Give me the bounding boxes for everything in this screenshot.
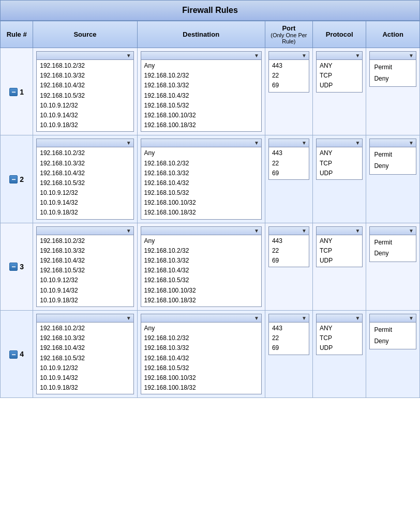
protocol-cell: ▼ ANYTCPUDP — [312, 223, 366, 310]
destination-dropdown-bar[interactable]: ▼ — [141, 52, 261, 60]
action-dropdown-bar[interactable]: ▼ — [370, 314, 416, 323]
rule-num-cell: −2 — [1, 135, 33, 223]
protocol-listbox[interactable]: ▼ ANYTCPUDP — [316, 226, 363, 268]
protocol-dropdown-bar[interactable]: ▼ — [317, 52, 363, 60]
destination-cell: ▼ Any192.168.10.2/32192.168.10.3/32192.1… — [137, 223, 265, 310]
protocol-dropdown-bar[interactable]: ▼ — [317, 227, 363, 235]
action-list-items: PermitDeny — [370, 235, 416, 262]
table-row: −2 ▼ 192.168.10.2/32192.168.10.3/32192.1… — [1, 135, 420, 223]
firewall-rules-table: Rule # Source Destination Port (Only One… — [0, 21, 420, 398]
port-listbox[interactable]: ▼ 4432269 — [268, 51, 309, 93]
port-listbox[interactable]: ▼ 4432269 — [268, 314, 309, 355]
action-dropdown-arrow: ▼ — [409, 140, 414, 146]
source-listbox[interactable]: ▼ 192.168.10.2/32192.168.10.3/32192.168.… — [36, 139, 133, 219]
table-row: −1 ▼ 192.168.10.2/32192.168.10.3/32192.1… — [1, 48, 420, 135]
port-list-items: 4432269 — [269, 60, 309, 92]
action-dropdown-bar[interactable]: ▼ — [370, 139, 416, 147]
rule-number: 3 — [20, 263, 24, 271]
port-cell: ▼ 4432269 — [265, 135, 312, 223]
port-listbox[interactable]: ▼ 4432269 — [268, 226, 309, 268]
remove-rule-button[interactable]: − — [9, 350, 18, 359]
remove-rule-button[interactable]: − — [9, 175, 18, 183]
port-listbox[interactable]: ▼ 4432269 — [268, 139, 309, 180]
source-dropdown-arrow: ▼ — [126, 315, 131, 321]
action-dropdown-bar[interactable]: ▼ — [370, 227, 416, 235]
port-list-items: 4432269 — [269, 147, 309, 179]
rule-num-cell: −1 — [1, 48, 33, 135]
source-dropdown-bar[interactable]: ▼ — [37, 314, 133, 323]
protocol-dropdown-arrow: ▼ — [355, 315, 361, 321]
action-listbox[interactable]: ▼ PermitDeny — [369, 139, 416, 174]
destination-listbox[interactable]: ▼ Any192.168.10.2/32192.168.10.3/32192.1… — [141, 226, 262, 307]
action-list-items: PermitDeny — [370, 147, 416, 174]
port-dropdown-bar[interactable]: ▼ — [269, 139, 309, 147]
action-dropdown-bar[interactable]: ▼ — [370, 52, 416, 60]
destination-cell: ▼ Any192.168.10.2/32192.168.10.3/32192.1… — [137, 48, 265, 135]
port-dropdown-arrow: ▼ — [302, 228, 307, 234]
remove-rule-button[interactable]: − — [9, 88, 18, 96]
action-listbox[interactable]: ▼ PermitDeny — [369, 226, 416, 262]
rule-num-cell: −3 — [1, 223, 33, 310]
destination-dropdown-bar[interactable]: ▼ — [141, 314, 261, 323]
protocol-cell: ▼ ANYTCPUDP — [312, 310, 366, 397]
action-list-items: PermitDeny — [370, 60, 416, 86]
port-cell: ▼ 4432269 — [265, 223, 312, 310]
source-listbox[interactable]: ▼ 192.168.10.2/32192.168.10.3/32192.168.… — [36, 51, 133, 132]
source-cell: ▼ 192.168.10.2/32192.168.10.3/32192.168.… — [33, 48, 137, 135]
source-dropdown-bar[interactable]: ▼ — [37, 227, 133, 235]
destination-listbox[interactable]: ▼ Any192.168.10.2/32192.168.10.3/32192.1… — [141, 139, 262, 219]
destination-dropdown-bar[interactable]: ▼ — [141, 227, 261, 235]
source-list-items: 192.168.10.2/32192.168.10.3/32192.168.10… — [37, 60, 133, 131]
source-dropdown-bar[interactable]: ▼ — [37, 139, 133, 147]
protocol-list-items: ANYTCPUDP — [317, 323, 363, 355]
protocol-listbox[interactable]: ▼ ANYTCPUDP — [316, 139, 363, 180]
source-listbox[interactable]: ▼ 192.168.10.2/32192.168.10.3/32192.168.… — [36, 314, 133, 394]
source-dropdown-bar[interactable]: ▼ — [37, 52, 133, 60]
port-list-items: 4432269 — [269, 323, 309, 355]
destination-list-items: Any192.168.10.2/32192.168.10.3/32192.168… — [141, 235, 261, 306]
destination-listbox[interactable]: ▼ Any192.168.10.2/32192.168.10.3/32192.1… — [141, 314, 262, 394]
port-header-sub: (Only One Per Rule) — [269, 32, 308, 44]
destination-list-items: Any192.168.10.2/32192.168.10.3/32192.168… — [141, 147, 261, 219]
protocol-dropdown-bar[interactable]: ▼ — [317, 139, 363, 147]
protocol-listbox[interactable]: ▼ ANYTCPUDP — [316, 51, 363, 93]
table-row: −3 ▼ 192.168.10.2/32192.168.10.3/32192.1… — [1, 223, 420, 310]
action-cell: ▼ PermitDeny — [366, 135, 420, 223]
protocol-cell: ▼ ANYTCPUDP — [312, 48, 366, 135]
page-title: Firewall Rules — [0, 0, 420, 21]
port-cell: ▼ 4432269 — [265, 310, 312, 397]
col-header-port: Port (Only One Per Rule) — [265, 21, 312, 48]
action-listbox[interactable]: ▼ PermitDeny — [369, 51, 416, 87]
source-listbox[interactable]: ▼ 192.168.10.2/32192.168.10.3/32192.168.… — [36, 226, 133, 307]
source-cell: ▼ 192.168.10.2/32192.168.10.3/32192.168.… — [33, 310, 137, 397]
destination-dropdown-arrow: ▼ — [254, 315, 259, 321]
port-dropdown-bar[interactable]: ▼ — [269, 227, 309, 235]
port-dropdown-arrow: ▼ — [302, 53, 307, 58]
col-header-protocol: Protocol — [312, 21, 366, 48]
source-cell: ▼ 192.168.10.2/32192.168.10.3/32192.168.… — [33, 223, 137, 310]
protocol-listbox[interactable]: ▼ ANYTCPUDP — [316, 314, 363, 355]
action-list-items: PermitDeny — [370, 323, 416, 349]
destination-dropdown-arrow: ▼ — [254, 228, 259, 234]
protocol-list-items: ANYTCPUDP — [317, 60, 363, 92]
action-cell: ▼ PermitDeny — [366, 310, 420, 397]
destination-listbox[interactable]: ▼ Any192.168.10.2/32192.168.10.3/32192.1… — [141, 51, 262, 132]
remove-rule-button[interactable]: − — [9, 263, 18, 271]
rule-number: 1 — [20, 88, 24, 96]
port-dropdown-arrow: ▼ — [302, 315, 307, 321]
protocol-dropdown-bar[interactable]: ▼ — [317, 314, 363, 323]
protocol-dropdown-arrow: ▼ — [355, 140, 361, 146]
destination-cell: ▼ Any192.168.10.2/32192.168.10.3/32192.1… — [137, 310, 265, 397]
source-list-items: 192.168.10.2/32192.168.10.3/32192.168.10… — [37, 147, 133, 219]
destination-dropdown-bar[interactable]: ▼ — [141, 139, 261, 147]
port-dropdown-bar[interactable]: ▼ — [269, 314, 309, 323]
source-list-items: 192.168.10.2/32192.168.10.3/32192.168.10… — [37, 235, 133, 306]
destination-list-items: Any192.168.10.2/32192.168.10.3/32192.168… — [141, 323, 261, 394]
port-dropdown-bar[interactable]: ▼ — [269, 52, 309, 60]
source-list-items: 192.168.10.2/32192.168.10.3/32192.168.10… — [37, 323, 133, 394]
col-header-destination: Destination — [137, 21, 265, 48]
action-dropdown-arrow: ▼ — [409, 53, 414, 58]
protocol-list-items: ANYTCPUDP — [317, 147, 363, 179]
action-cell: ▼ PermitDeny — [366, 48, 420, 135]
action-listbox[interactable]: ▼ PermitDeny — [369, 314, 416, 349]
